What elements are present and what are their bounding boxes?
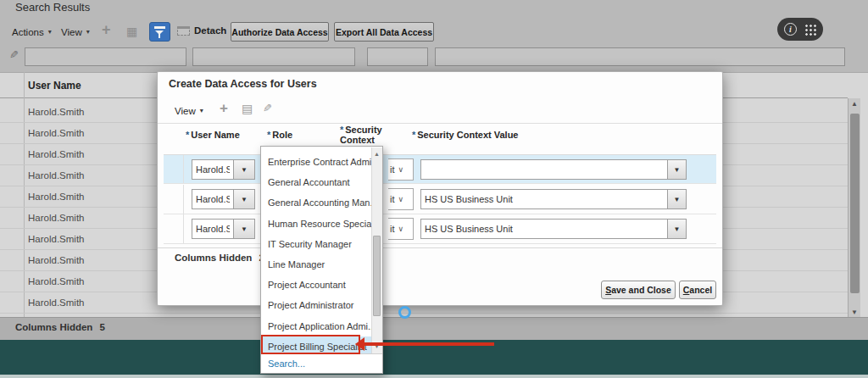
required-marker: * <box>267 130 270 140</box>
security-context-text: it <box>390 164 395 175</box>
screen: Search Results Actions ▾ View ▾ + ▦ Deta… <box>0 0 868 378</box>
dropdown-search-link[interactable]: Search... <box>261 353 382 373</box>
dropdown-item[interactable]: IT Security Manager <box>261 234 371 254</box>
security-context-value-dropdown-button[interactable]: ▼ <box>668 189 687 209</box>
columns-hidden-label: Columns Hidden <box>175 253 252 263</box>
security-context-value-dropdown-button[interactable]: ▼ <box>668 219 687 239</box>
dialog-column-header-role: *Role <box>267 130 292 140</box>
columns-hidden-status: Columns Hidden 5 <box>15 322 105 332</box>
user-name-dropdown-button[interactable]: ▼ <box>234 189 255 209</box>
scrollbar-thumb[interactable] <box>373 236 381 316</box>
filter-icon <box>154 26 165 29</box>
header-label: Security Context Value <box>417 130 518 140</box>
dropdown-item[interactable]: Line Manager <box>261 254 371 275</box>
caret-down-icon: ▾ <box>200 108 203 114</box>
dialog-column-header-security-context-value: *Security Context Value <box>412 130 519 140</box>
dialog-title: Create Data Access for Users <box>169 78 317 90</box>
detach-button-label[interactable]: Detach <box>194 25 226 36</box>
filter-edit-pencil-icon[interactable]: ✎ <box>9 49 19 60</box>
column-header-user-name[interactable]: User Name <box>28 80 81 92</box>
dialog-table-bottom-divider <box>158 247 722 248</box>
user-name-dropdown-button[interactable]: ▼ <box>234 159 255 180</box>
security-context-text: it <box>390 224 395 234</box>
dialog-column-header-user-name: *User Name <box>186 130 240 140</box>
security-context-value-input[interactable] <box>420 159 668 180</box>
role-dropdown-items: Enterprise Contract Admi... General Acco… <box>261 147 371 357</box>
dialog-view-menu-label: View <box>175 106 196 116</box>
row-selector-cell[interactable] <box>164 214 184 243</box>
annotation-arrow-head-icon <box>355 337 364 351</box>
create-data-access-dialog: Create Data Access for Users View ▾ + ▤ … <box>157 71 723 306</box>
user-name-input[interactable] <box>192 189 234 209</box>
annotation-highlight-box <box>261 335 360 354</box>
security-context-select[interactable]: it ∨ <box>388 158 414 181</box>
filter-input[interactable] <box>435 47 845 66</box>
header-label: Role <box>272 130 292 140</box>
dropdown-item[interactable]: Project Accountant <box>261 275 371 295</box>
actions-menu[interactable]: Actions ▾ <box>12 25 52 39</box>
row-selector-cell[interactable] <box>164 185 184 214</box>
chevron-down-icon: ∨ <box>398 195 404 203</box>
vertical-scrollbar[interactable]: ▲ ▼ <box>848 98 860 322</box>
required-marker: * <box>186 130 189 140</box>
dropdown-item[interactable]: General Accountant <box>261 172 371 192</box>
dropdown-scrollbar[interactable]: ▲ ▼ <box>371 147 382 354</box>
columns-hidden-band <box>0 317 868 340</box>
dialog-table-row[interactable]: ▼ it ∨ ▼ <box>164 214 716 244</box>
columns-hidden-count: 5 <box>99 322 104 332</box>
dialog-add-row-icon[interactable]: + <box>220 101 228 115</box>
filter-icon <box>159 34 160 38</box>
view-menu-label: View <box>61 27 82 37</box>
chevron-down-icon: ∨ <box>398 165 404 174</box>
dialog-table-row[interactable]: ▼ it ∨ ▼ <box>164 154 716 184</box>
button-label: ave and Close <box>611 285 671 295</box>
security-context-value-input[interactable] <box>420 189 668 209</box>
dialog-view-menu[interactable]: View ▾ <box>175 104 203 118</box>
security-context-select[interactable]: it ∨ <box>388 188 414 210</box>
filter-input[interactable] <box>25 47 186 66</box>
detach-icon[interactable] <box>177 26 190 36</box>
security-context-value-input[interactable] <box>420 219 668 239</box>
add-icon[interactable]: + <box>102 22 111 37</box>
header-label: User Name <box>191 130 239 140</box>
export-all-data-access-button[interactable]: Export All Data Access <box>334 22 434 42</box>
caret-down-icon: ▾ <box>86 29 90 36</box>
header-label: Security Context <box>340 125 382 145</box>
dialog-duplicate-icon[interactable]: ▤ <box>242 103 253 114</box>
view-menu[interactable]: View ▾ <box>61 25 90 39</box>
save-and-close-button[interactable]: Save and Close <box>601 281 676 299</box>
security-context-select[interactable]: it ∨ <box>388 218 414 240</box>
cancel-button[interactable]: Cancel <box>679 281 716 299</box>
button-label: ancel <box>689 285 712 295</box>
apps-grid-icon[interactable] <box>804 23 816 36</box>
row-selector-cell[interactable] <box>164 155 184 183</box>
filter-input[interactable] <box>367 47 428 66</box>
dropdown-item[interactable]: Project Administrator <box>261 295 371 315</box>
user-name-dropdown-button[interactable]: ▼ <box>234 219 255 239</box>
query-by-example-button[interactable] <box>149 22 170 42</box>
columns-hidden-label: Columns Hidden <box>15 322 92 332</box>
info-icon[interactable]: i <box>784 23 797 36</box>
dropdown-item[interactable]: General Accounting Man... <box>261 192 371 213</box>
required-marker: * <box>412 130 415 140</box>
dialog-columns-hidden-status: Columns Hidden 2 <box>175 253 264 263</box>
scrollbar-thumb[interactable] <box>850 114 860 293</box>
user-name-input[interactable] <box>192 219 234 239</box>
dropdown-item[interactable]: Human Resource Specia... <box>261 214 371 234</box>
user-name-input[interactable] <box>192 159 234 180</box>
dropdown-item[interactable]: Project Application Admi... <box>261 316 371 336</box>
caret-down-icon: ▾ <box>48 29 52 36</box>
edit-columns-icon[interactable]: ▦ <box>126 25 137 37</box>
global-actions-pill: i <box>777 18 823 41</box>
filter-input[interactable] <box>192 47 355 66</box>
scroll-up-icon[interactable]: ▲ <box>374 151 380 157</box>
scroll-up-icon[interactable]: ▲ <box>851 101 858 108</box>
dialog-table-row[interactable]: ▼ it ∨ ▼ <box>164 185 716 214</box>
scroll-down-icon[interactable]: ▼ <box>851 309 858 316</box>
dialog-edit-icon[interactable]: ✎ <box>263 103 272 114</box>
actions-menu-label: Actions <box>12 27 44 37</box>
security-context-text: it <box>390 194 395 204</box>
authorize-data-access-button[interactable]: Authorize Data Access <box>231 22 329 42</box>
security-context-value-dropdown-button[interactable]: ▼ <box>668 159 687 180</box>
dropdown-item[interactable]: Enterprise Contract Admi... <box>261 152 371 172</box>
